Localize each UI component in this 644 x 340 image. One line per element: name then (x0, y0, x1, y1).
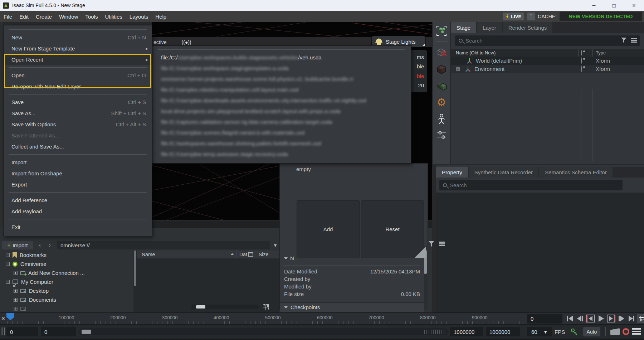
recent-file-item-redacted[interactable]: file:/C:/Usersjdoe.workspace.stagingtemp… (152, 63, 411, 73)
character-tool[interactable] (436, 113, 447, 124)
browser-options-icon[interactable] (439, 242, 445, 246)
recent-file-item[interactable]: file:/C:/Usersjdoe.workspaces.builds.sta… (152, 52, 411, 63)
close-button[interactable] (624, 0, 644, 11)
pan-handle[interactable] (82, 330, 91, 334)
recent-file-item-redacted[interactable]: file:/C:/workspaces.warehouse.shelving.p… (152, 138, 411, 149)
camera-light-widget[interactable]: ((●)) (182, 39, 191, 45)
browser-filter-icon[interactable] (429, 241, 434, 247)
loop-start-field[interactable]: 0 (41, 327, 76, 336)
step-back-button[interactable] (575, 314, 585, 323)
tree-item-clipped[interactable] (0, 304, 133, 312)
file-menu-save-with-options[interactable]: Save With OptionsCtrl + Alt + S (4, 119, 152, 130)
collapse-icon[interactable] (6, 253, 10, 257)
file-menu-open[interactable]: OpenCtrl + O (4, 70, 152, 81)
import-button[interactable]: + Import (2, 241, 33, 249)
tab-synthetic-data-recorder[interactable]: Synthetic Data Recorder (469, 167, 538, 178)
perspective-menu[interactable]: ective (153, 39, 167, 45)
stack-cubes-tool[interactable] (436, 80, 447, 91)
capture-clapperboard-icon[interactable] (610, 328, 620, 335)
checkpoints-section-header[interactable]: Checkpoints (280, 302, 424, 312)
menu-window[interactable]: Window (55, 11, 82, 22)
menu-layouts[interactable]: Layouts (126, 11, 152, 22)
timeline-menu-icon[interactable] (632, 328, 641, 335)
menu-edit[interactable]: Edit (16, 11, 32, 22)
menu-utilities[interactable]: Utilities (101, 11, 126, 22)
file-menu-new[interactable]: NewCtrl + N (4, 32, 152, 43)
skip-to-end-button[interactable] (627, 314, 636, 323)
path-input[interactable]: omniverse:// (57, 241, 270, 249)
thumbnail-size-slider[interactable] (191, 305, 259, 309)
stage-search-input[interactable]: Search (455, 35, 640, 46)
collapse-icon[interactable] (6, 280, 10, 284)
fps-select[interactable]: 60 (527, 327, 552, 336)
file-menu-add-payload[interactable]: Add Payload (4, 206, 152, 217)
stage-tree-header[interactable]: Name (Old to New) Type (451, 49, 644, 57)
filter-icon[interactable] (621, 38, 626, 43)
file-menu-collect-and-save-as[interactable]: Collect and Save As... (4, 141, 152, 152)
collapse-icon[interactable] (6, 262, 10, 266)
recent-file-item-redacted[interactable]: local.drive.projects.sim.playground.test… (152, 106, 411, 116)
file-list-header[interactable]: Name Dat Size (137, 251, 279, 258)
file-menu-new-from-stage-template[interactable]: New From Stage Template (4, 43, 152, 54)
file-menu-reopen-new-edit-layer[interactable]: Re-open with New Edit Layer (4, 81, 152, 92)
timeline-playhead[interactable] (6, 313, 14, 320)
settings-gear-tool[interactable] (436, 96, 447, 108)
file-menu-import[interactable]: Import (4, 157, 152, 168)
skip-to-start-button[interactable] (565, 314, 575, 323)
add-button[interactable]: Add (297, 200, 360, 258)
recent-file-item-redacted[interactable]: file:/C:/Usersjdoe.downloads.assets.envi… (152, 95, 411, 106)
tab-layer[interactable]: Layer (477, 22, 502, 33)
expand-icon[interactable] (14, 289, 18, 293)
visibility-toggle[interactable] (581, 65, 582, 72)
tree-item-bookmarks[interactable]: Bookmarks (0, 251, 133, 259)
recent-file-item-redacted[interactable]: file:/C:/Usersjdoe.temp.autosave.stage.r… (152, 149, 411, 159)
file-menu-add-reference[interactable]: Add Reference (4, 195, 152, 206)
file-menu-exit[interactable]: Exit (4, 222, 152, 233)
tab-semantics-schema-editor[interactable]: Semantics Schema Editor (539, 167, 613, 178)
file-menu-export[interactable]: Export (4, 179, 152, 190)
file-menu-open-recent[interactable]: Open Recent (4, 54, 152, 65)
back-button[interactable]: ‹ (36, 242, 43, 249)
play-to-end-button[interactable] (606, 314, 616, 323)
loop-toggle-button[interactable] (637, 314, 644, 323)
menu-create[interactable]: Create (32, 11, 55, 22)
current-frame-field[interactable]: 0 (527, 314, 562, 324)
mesh-cube-tool[interactable] (436, 63, 447, 75)
grid-view-icon[interactable] (263, 304, 269, 310)
recent-file-item-redacted[interactable]: file:/C:/samples.robotics.manipulation.c… (152, 84, 411, 95)
end-frame-field[interactable]: 1000000 (450, 327, 483, 336)
tab-property[interactable]: Property (436, 167, 468, 178)
tab-stage[interactable]: Stage (451, 22, 476, 33)
auto-key-button[interactable]: Auto (583, 327, 600, 336)
minimize-button[interactable] (584, 0, 604, 11)
timeline-ruler[interactable]: 100000 200000 300000 400000 500000 60000… (0, 312, 644, 324)
browser-tree-scrollbar[interactable] (133, 251, 137, 312)
forward-button[interactable]: › (46, 242, 53, 249)
tree-item-desktop[interactable]: Desktop (0, 286, 133, 295)
resize-grip[interactable] (414, 246, 426, 258)
maximize-button[interactable] (604, 0, 624, 11)
tree-item-documents[interactable]: Documents (0, 295, 133, 304)
start-frame-field[interactable]: 0 (6, 327, 38, 336)
file-menu-save-as[interactable]: Save As...Shift + Ctrl + S (4, 108, 152, 119)
tab-render-settings[interactable]: Render Settings (503, 22, 553, 33)
step-forward-button[interactable] (617, 314, 626, 323)
tree-item-omniverse[interactable]: Omniverse (0, 259, 133, 268)
property-search-input[interactable]: Search (439, 180, 623, 190)
file-menu-save[interactable]: SaveCtrl + S (4, 97, 152, 108)
visibility-toggle[interactable] (581, 57, 582, 64)
menu-tools[interactable]: Tools (82, 11, 101, 22)
expand-icon[interactable] (14, 271, 18, 275)
section-header-partial[interactable]: N (284, 255, 294, 261)
expand-icon[interactable] (14, 307, 18, 311)
sliders-tool[interactable] (436, 129, 447, 141)
live-dropdown-button[interactable] (527, 13, 535, 20)
recent-file-item-redacted[interactable]: file:/C:/captures.validation.sensor.rig.… (152, 116, 411, 127)
browser-file-list[interactable]: Name Dat Size (137, 251, 279, 312)
timeline-pan-track[interactable] (79, 328, 448, 335)
path-dropdown-icon[interactable] (273, 243, 278, 248)
expand-icon[interactable] (456, 67, 460, 71)
recent-file-item-redacted[interactable]: file:/C:/Usersjdoe.scenes.flatgrid.varia… (152, 127, 411, 138)
set-key-icon[interactable] (570, 328, 577, 335)
options-menu-icon[interactable] (631, 38, 637, 43)
